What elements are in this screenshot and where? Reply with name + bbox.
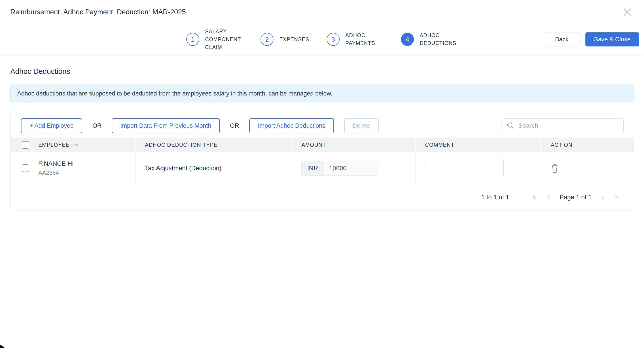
step-3-label: ADHOC PAYMENTS xyxy=(346,32,384,47)
back-button[interactable]: Back xyxy=(543,32,580,46)
deductions-card: + Add Employee OR Import Data From Previ… xyxy=(10,114,634,210)
step-2-circle: 2 xyxy=(260,33,274,46)
employee-cell: FINANCE HI AA2364 xyxy=(10,152,136,184)
save-close-button[interactable]: Save & Close xyxy=(586,32,639,46)
column-header-comment: COMMENT xyxy=(416,138,541,152)
stepper-bar: 1 SALARY COMPONENT CLAIM 2 EXPENSES 3 AD… xyxy=(0,24,644,54)
currency-prefix: INR xyxy=(302,161,324,176)
column-header-action: ACTION xyxy=(541,138,634,152)
or-separator: OR xyxy=(92,122,102,129)
table-footer: 1 to 1 of 1 Page 1 of 1 xyxy=(10,184,634,210)
amount-input[interactable] xyxy=(324,161,379,176)
step-1-circle: 1 xyxy=(186,33,199,46)
info-banner-text: Adhoc deductions that are supposed to be… xyxy=(17,90,332,97)
toolbar: + Add Employee OR Import Data From Previ… xyxy=(10,114,634,138)
employee-name: FINANCE HI xyxy=(38,159,74,168)
step-adhoc-payments[interactable]: 3 ADHOC PAYMENTS xyxy=(327,32,384,47)
pagination-range: 1 to 1 of 1 xyxy=(481,194,509,201)
step-2-label: EXPENSES xyxy=(279,36,309,44)
pagination-page-label: Page 1 of 1 xyxy=(560,194,592,201)
table-header: EMPLOYEE ADHOC DEDUCTION TYPE AMOUNT COM… xyxy=(10,138,634,152)
search-box[interactable] xyxy=(502,118,624,133)
last-page-icon[interactable] xyxy=(613,194,620,200)
modal-header: Reimbursement, Adhoc Payment, Deduction:… xyxy=(0,0,644,24)
add-employee-button[interactable]: + Add Employee xyxy=(21,118,82,133)
step-4-circle: 4 xyxy=(401,33,414,46)
sort-ascending-icon[interactable] xyxy=(73,143,78,146)
import-adhoc-deductions-button[interactable]: Import Adhoc Deductions xyxy=(249,118,334,133)
employee-header-label: EMPLOYEE xyxy=(38,142,70,148)
step-3-circle: 3 xyxy=(327,33,340,46)
trash-icon[interactable] xyxy=(551,164,559,173)
deduction-type-cell[interactable]: Tax Adjustment (Deduction) xyxy=(136,152,292,184)
column-header-deduction-type: ADHOC DEDUCTION TYPE xyxy=(136,138,292,152)
employee-id: AA2364 xyxy=(38,168,74,177)
column-header-employee[interactable]: EMPLOYEE xyxy=(10,138,136,152)
amount-field-group: INR xyxy=(302,161,379,176)
column-header-amount: AMOUNT xyxy=(292,138,416,152)
or-separator: OR xyxy=(230,122,239,129)
search-input[interactable] xyxy=(518,122,618,129)
info-banner: Adhoc deductions that are supposed to be… xyxy=(10,84,634,102)
content-area: Adhoc Deductions Adhoc deductions that a… xyxy=(0,67,644,210)
prev-page-icon[interactable] xyxy=(546,194,552,200)
step-expenses[interactable]: 2 EXPENSES xyxy=(260,33,309,46)
select-all-checkbox[interactable] xyxy=(22,141,29,149)
step-adhoc-deductions[interactable]: 4 ADHOC DEDUCTIONS xyxy=(401,32,458,47)
page-title: Adhoc Deductions xyxy=(10,67,634,76)
first-page-icon[interactable] xyxy=(532,194,538,200)
modal-title: Reimbursement, Adhoc Payment, Deduction:… xyxy=(10,8,186,16)
comment-input[interactable] xyxy=(425,159,504,177)
action-cell xyxy=(541,152,634,184)
amount-cell: INR xyxy=(292,152,416,184)
close-icon[interactable] xyxy=(623,8,632,16)
delete-button[interactable]: Delete xyxy=(344,118,378,133)
search-icon xyxy=(507,122,514,130)
table-row: FINANCE HI AA2364 Tax Adjustment (Deduct… xyxy=(10,152,634,184)
row-checkbox[interactable] xyxy=(22,164,29,172)
next-page-icon[interactable] xyxy=(599,194,606,200)
comment-cell xyxy=(416,152,541,184)
import-previous-month-button[interactable]: Import Data From Previous Month xyxy=(112,118,220,133)
step-1-label: SALARY COMPONENT CLAIM xyxy=(205,28,243,51)
step-salary-component-claim[interactable]: 1 SALARY COMPONENT CLAIM xyxy=(186,28,243,51)
stepper-actions: Back Save & Close xyxy=(543,32,639,46)
step-4-label: ADHOC DEDUCTIONS xyxy=(420,32,458,47)
cursor-artifact xyxy=(0,344,5,348)
